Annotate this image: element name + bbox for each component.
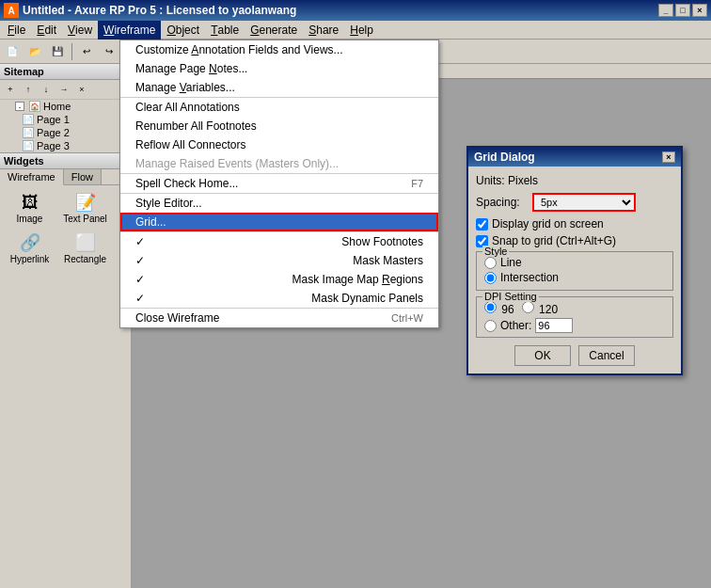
- style-group-title: Style: [482, 246, 509, 257]
- menu-style-editor[interactable]: Style Editor...: [120, 194, 438, 213]
- sitemap-title: Sitemap: [4, 66, 44, 77]
- mask-dynamic-check: ✓: [135, 292, 150, 305]
- menu-manage-vars[interactable]: Manage Variables...: [120, 78, 438, 97]
- sitemap-home[interactable]: - 🏠 Home: [0, 100, 131, 113]
- grid-dialog: Grid Dialog × Units: Pixels Spacing: 5px…: [466, 146, 683, 375]
- menu-generate[interactable]: Generate: [245, 21, 303, 40]
- sitemap-right-btn[interactable]: →: [55, 82, 72, 97]
- maximize-button[interactable]: □: [675, 4, 690, 17]
- show-footnotes-check: ✓: [135, 235, 150, 248]
- sitemap-up-btn[interactable]: ↑: [20, 82, 37, 97]
- menu-wireframe[interactable]: Wireframe: [98, 21, 161, 40]
- tab-flow[interactable]: Flow: [64, 169, 102, 184]
- mask-image-check: ✓: [135, 273, 150, 286]
- menu-mask-masters[interactable]: ✓ Mask Masters: [120, 251, 438, 270]
- tab-wireframe[interactable]: Wireframe: [0, 169, 64, 185]
- toolbar-new[interactable]: 📄: [2, 42, 23, 61]
- intersection-label: Intersection: [500, 271, 559, 284]
- widget-grid: 🖼 Image 📝 Text Panel 🔗 Hyperlink ⬜ Recta…: [0, 185, 131, 270]
- menu-clear-annotations[interactable]: Clear All Annotations: [120, 98, 438, 117]
- dpi-96-radio[interactable]: [484, 301, 497, 313]
- menu-file[interactable]: File: [2, 21, 31, 40]
- dialog-close-button[interactable]: ×: [662, 151, 675, 163]
- widget-text-panel[interactable]: 📝 Text Panel: [59, 189, 111, 226]
- page1-icon: 📄: [23, 114, 34, 125]
- sitemap-add-btn[interactable]: +: [2, 82, 19, 97]
- dpi-other-radio[interactable]: [484, 320, 497, 332]
- menu-manage-events: Manage Raised Events (Masters Only)...: [120, 154, 438, 173]
- menu-spell-check[interactable]: Spell Check Home... F7: [120, 174, 438, 193]
- dpi-120-radio[interactable]: [522, 301, 534, 313]
- spell-check-shortcut: F7: [411, 178, 423, 189]
- sitemap-del-btn[interactable]: ×: [73, 82, 90, 97]
- widget-image[interactable]: 🖼 Image: [4, 189, 55, 226]
- page2-label: Page 2: [37, 127, 70, 138]
- sitemap-page1[interactable]: 📄 Page 1: [0, 113, 131, 126]
- sitemap-down-btn[interactable]: ↓: [38, 82, 55, 97]
- menu-renumber[interactable]: Renumber All Footnotes: [120, 117, 438, 135]
- sitemap-page3[interactable]: 📄 Page 3: [0, 139, 131, 152]
- widget-rectangle[interactable]: ⬜ Rectangle: [59, 230, 111, 266]
- menu-table[interactable]: Table: [205, 21, 245, 40]
- hyperlink-icon: 🔗: [16, 231, 44, 254]
- toolbar-open[interactable]: 📂: [24, 42, 45, 61]
- menu-customize[interactable]: Customize Annotation Fields and Views...: [120, 40, 438, 59]
- text-panel-icon: 📝: [71, 191, 100, 214]
- toolbar-redo[interactable]: ↪: [99, 42, 119, 61]
- toolbar-save[interactable]: 💾: [47, 42, 68, 61]
- manage-events-label: Manage Raised Events (Masters Only)...: [135, 157, 339, 170]
- dialog-body: Units: Pixels Spacing: 5px 10px 20px Dis…: [468, 167, 681, 373]
- minimize-button[interactable]: _: [658, 4, 673, 17]
- cancel-button[interactable]: Cancel: [578, 345, 635, 366]
- sitemap-panel: Sitemap + ↑ ↓ → × - 🏠 Home 📄 Page 1 📄 Pa…: [0, 64, 131, 153]
- menu-help[interactable]: Help: [344, 21, 379, 40]
- menu-object[interactable]: Object: [161, 21, 205, 40]
- show-footnotes-label: Show Footnotes: [341, 235, 423, 248]
- dpi-group-title: DPI Setting: [482, 291, 539, 302]
- spacing-row: Spacing: 5px 10px 20px: [476, 193, 673, 212]
- display-grid-row: Display grid on screen: [476, 217, 673, 230]
- mask-masters-label: Mask Masters: [353, 254, 423, 267]
- close-window-button[interactable]: ×: [692, 4, 707, 17]
- dpi-96-row: 96 120: [484, 301, 665, 316]
- page3-icon: 📄: [23, 140, 34, 151]
- window-controls: _ □ ×: [658, 4, 707, 17]
- units-row: Units: Pixels: [476, 174, 673, 187]
- display-grid-checkbox[interactable]: [476, 218, 488, 230]
- menu-manage-notes[interactable]: Manage Page Notes...: [120, 59, 438, 78]
- spacing-label: Spacing:: [476, 196, 532, 209]
- sitemap-page2[interactable]: 📄 Page 2: [0, 126, 131, 139]
- spell-check-label: Spell Check Home...: [135, 177, 238, 190]
- menu-bar: File Edit View Wireframe Object Table Ge…: [0, 21, 711, 40]
- toolbar-undo[interactable]: ↩: [76, 42, 97, 61]
- grid-label: Grid...: [135, 215, 166, 229]
- menu-share[interactable]: Share: [303, 21, 344, 40]
- spacing-select[interactable]: 5px 10px 20px: [532, 193, 636, 212]
- ok-button[interactable]: OK: [514, 345, 571, 366]
- line-radio-row: Line: [484, 256, 665, 269]
- close-wireframe-label: Close Wireframe: [135, 311, 219, 325]
- menu-edit[interactable]: Edit: [31, 21, 62, 40]
- style-group: Style Line Intersection: [476, 251, 673, 291]
- customize-label: Customize Annotation Fields and Views...: [135, 43, 343, 56]
- menu-reflow[interactable]: Reflow All Connectors: [120, 135, 438, 154]
- menu-show-footnotes[interactable]: ✓ Show Footnotes: [120, 232, 438, 251]
- style-editor-label: Style Editor...: [135, 197, 202, 210]
- reflow-label: Reflow All Connectors: [135, 138, 245, 151]
- menu-mask-image[interactable]: ✓ Mask Image Map Regions: [120, 270, 438, 289]
- menu-mask-dynamic[interactable]: ✓ Mask Dynamic Panels: [120, 289, 438, 308]
- menu-grid[interactable]: Grid...: [120, 213, 438, 231]
- dpi-96-label: 96: [484, 301, 514, 316]
- image-widget-icon: 🖼: [16, 191, 44, 214]
- menu-close-wireframe[interactable]: Close Wireframe Ctrl+W: [120, 309, 438, 327]
- dpi-group: DPI Setting 96 120 Other:: [476, 296, 673, 338]
- tree-expand-icon[interactable]: -: [15, 102, 24, 111]
- line-label: Line: [500, 256, 522, 269]
- line-radio[interactable]: [484, 257, 497, 269]
- intersection-radio[interactable]: [484, 272, 497, 284]
- app-icon: A: [4, 3, 19, 18]
- widget-hyperlink[interactable]: 🔗 Hyperlink: [4, 230, 55, 266]
- dpi-other-input[interactable]: [535, 318, 573, 333]
- sitemap-toolbar: + ↑ ↓ → ×: [0, 80, 131, 100]
- menu-view[interactable]: View: [62, 21, 98, 40]
